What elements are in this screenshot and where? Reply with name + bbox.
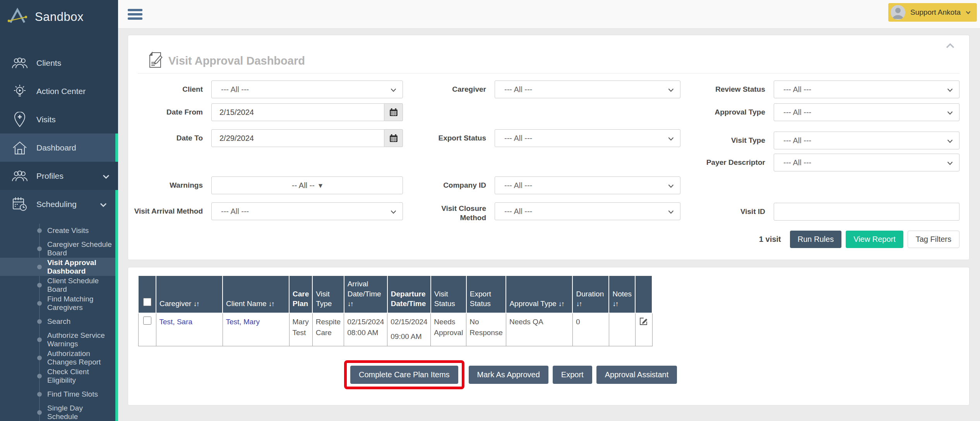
approval-type-cell: Needs QA bbox=[506, 313, 572, 346]
view-report-button[interactable]: View Report bbox=[846, 231, 903, 248]
caregiver-select[interactable]: --- All --- bbox=[495, 80, 680, 98]
visit-type-label: Visit Type bbox=[676, 136, 765, 145]
main-content: Visit Approval Dashboard Client --- All … bbox=[118, 29, 980, 421]
col-label: Approval Type bbox=[509, 299, 556, 308]
sort-icon[interactable]: ↓↑ bbox=[559, 300, 564, 308]
client-select[interactable]: --- All --- bbox=[211, 80, 403, 98]
payer-descriptor-label: Payer Descriptor bbox=[676, 158, 765, 167]
profiles-icon bbox=[11, 170, 29, 182]
col-label: Visit Type bbox=[316, 290, 332, 308]
user-menu-label: Support Ankota bbox=[910, 8, 961, 17]
visit-type-value: --- All --- bbox=[783, 136, 811, 145]
user-menu-button[interactable]: Support Ankota bbox=[888, 3, 977, 22]
sort-icon[interactable]: ↓↑ bbox=[194, 300, 199, 308]
sort-icon[interactable]: ↓↑ bbox=[576, 300, 581, 308]
sort-icon[interactable]: ↓↑ bbox=[269, 300, 274, 308]
sidebar-subitem-search[interactable]: Search bbox=[0, 312, 115, 330]
sort-icon[interactable]: ↓↑ bbox=[612, 300, 618, 308]
chevron-down-icon bbox=[966, 10, 971, 15]
date-to-input[interactable] bbox=[211, 129, 384, 147]
client-label: Client bbox=[114, 85, 203, 94]
review-status-select[interactable]: --- All --- bbox=[774, 80, 959, 98]
col-visit-type: Visit Type bbox=[312, 276, 344, 313]
clients-icon bbox=[11, 57, 29, 69]
col-label: Arrival Date/Time bbox=[348, 280, 381, 298]
chevron-down-icon bbox=[947, 158, 953, 167]
sidebar-item-label: Action Center bbox=[36, 87, 86, 96]
client-filter: Client --- All --- bbox=[211, 80, 403, 98]
page-title: Visit Approval Dashboard bbox=[168, 55, 305, 67]
sidebar-subitem-authorization-changes-report[interactable]: Authorization Changes Report bbox=[0, 349, 115, 367]
visit-closure-method-select[interactable]: --- All --- bbox=[495, 202, 680, 220]
subitem-label: Create Visits bbox=[47, 226, 89, 235]
sidebar-subitem-find-time-slots[interactable]: Find Time Slots bbox=[0, 385, 115, 403]
col-arrival[interactable]: Arrival Date/Time ↓↑ bbox=[344, 276, 387, 313]
edit-visit-icon[interactable] bbox=[639, 319, 648, 327]
approval-type-filter: Approval Type --- All --- bbox=[774, 103, 959, 121]
export-status-label: Export Status bbox=[397, 133, 486, 143]
date-from-input[interactable] bbox=[211, 103, 384, 121]
sidebar-item-scheduling[interactable]: Scheduling bbox=[0, 190, 115, 218]
visit-arrival-method-select[interactable]: --- All --- bbox=[211, 202, 403, 220]
caregiver-link[interactable]: Test, Sara bbox=[159, 318, 193, 326]
col-label: Duration bbox=[576, 290, 604, 298]
sidebar-item-action-center[interactable]: Action Center bbox=[0, 77, 118, 105]
mark-as-approved-button[interactable]: Mark As Approved bbox=[469, 366, 548, 384]
chevron-down-icon bbox=[668, 134, 674, 143]
col-approval-type[interactable]: Approval Type ↓↑ bbox=[506, 276, 572, 313]
run-rules-button[interactable]: Run Rules bbox=[790, 231, 841, 248]
sidebar-subitem-client-schedule-board[interactable]: Client Schedule Board bbox=[0, 276, 115, 294]
company-id-select[interactable]: --- All --- bbox=[495, 176, 680, 194]
caregiver-value: --- All --- bbox=[504, 85, 532, 94]
sidebar-item-dashboard[interactable]: Dashboard bbox=[0, 133, 118, 162]
chevron-down-icon bbox=[391, 207, 396, 216]
sidebar-item-label: Profiles bbox=[36, 171, 63, 181]
visit-type-select[interactable]: --- All --- bbox=[774, 132, 959, 149]
col-caregiver[interactable]: Caregiver ↓↑ bbox=[156, 276, 223, 313]
select-all-checkbox[interactable] bbox=[143, 298, 151, 306]
export-status-value: --- All --- bbox=[504, 134, 532, 143]
approval-assistant-button[interactable]: Approval Assistant bbox=[596, 366, 677, 384]
calendar-icon[interactable] bbox=[384, 103, 403, 121]
sidebar-subitem-check-client-eligibility[interactable]: Check Client Eligibility bbox=[0, 367, 115, 385]
sidebar-subitem-visit-approval-dashboard[interactable]: Visit Approval Dashboard bbox=[0, 258, 115, 276]
date-from-label: Date From bbox=[114, 108, 203, 117]
client-link[interactable]: Test, Mary bbox=[226, 318, 260, 326]
export-status-select[interactable]: --- All --- bbox=[495, 129, 680, 147]
sidebar-subitem-create-visits[interactable]: Create Visits bbox=[0, 221, 115, 240]
visit-arrival-method-filter: Visit Arrival Method --- All --- bbox=[211, 202, 403, 220]
sidebar-subitem-authorize-service-warnings[interactable]: Authorize Service Warnings bbox=[0, 330, 115, 349]
complete-care-plan-items-button[interactable]: Complete Care Plan Items bbox=[350, 366, 458, 384]
col-label: Departure Date/Time bbox=[391, 290, 426, 308]
chevron-down-icon bbox=[947, 85, 953, 94]
scheduling-section: Scheduling Create Visits Caregiver Sched… bbox=[0, 190, 118, 421]
sidebar-item-clients[interactable]: Clients bbox=[0, 49, 118, 77]
approval-type-select[interactable]: --- All --- bbox=[774, 103, 959, 121]
sidebar-subitem-single-day-schedule[interactable]: Single Day Schedule bbox=[0, 403, 115, 421]
subitem-label: Visit Approval Dashboard bbox=[47, 258, 115, 276]
approval-type-value: --- All --- bbox=[783, 108, 811, 117]
col-duration[interactable]: Duration ↓↑ bbox=[572, 276, 609, 313]
payer-descriptor-select[interactable]: --- All --- bbox=[774, 154, 959, 171]
sidebar-subitem-find-matching-caregivers[interactable]: Find Matching Caregivers bbox=[0, 294, 115, 312]
menu-toggle-icon[interactable] bbox=[128, 9, 142, 22]
row-select-cell bbox=[138, 313, 156, 346]
sort-icon[interactable]: ↓↑ bbox=[348, 300, 353, 308]
divider bbox=[138, 73, 959, 74]
subitem-label: Authorization Changes Report bbox=[47, 349, 115, 366]
sidebar-item-profiles[interactable]: Profiles bbox=[0, 162, 118, 190]
row-checkbox[interactable] bbox=[143, 317, 151, 325]
subitem-label: Search bbox=[47, 317, 70, 326]
visit-id-input[interactable] bbox=[774, 203, 959, 221]
collapse-panel-icon[interactable] bbox=[946, 43, 954, 50]
sidebar-item-visits[interactable]: Visits bbox=[0, 105, 118, 133]
sidebar-subitem-caregiver-schedule-board[interactable]: Caregiver Schedule Board bbox=[0, 240, 115, 258]
avatar bbox=[891, 5, 905, 20]
export-button[interactable]: Export bbox=[553, 366, 592, 384]
warnings-dropdown[interactable]: -- All -- ▾ bbox=[211, 176, 403, 194]
col-notes[interactable]: Notes ↓↑ bbox=[609, 276, 635, 313]
visit-results-card: Caregiver ↓↑ Client Name ↓↑ Care Plan Vi… bbox=[128, 267, 970, 406]
tag-filters-button[interactable]: Tag Filters bbox=[908, 231, 959, 248]
col-client-name[interactable]: Client Name ↓↑ bbox=[223, 276, 289, 313]
col-label: Notes bbox=[612, 290, 632, 298]
